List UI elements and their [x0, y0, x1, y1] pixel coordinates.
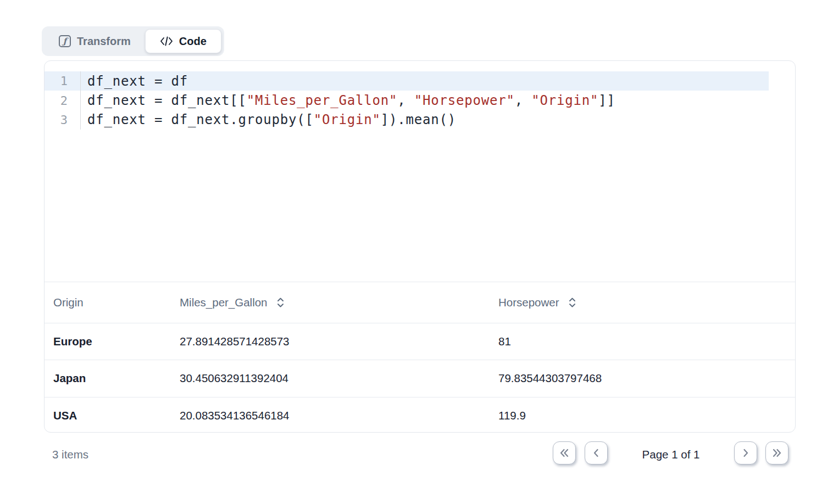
line-number: 1 [45, 71, 81, 91]
column-header-origin: Origin [45, 296, 171, 309]
column-header-miles-per-gallon[interactable]: Miles_per_Gallon [171, 296, 490, 309]
tab-transform[interactable]: ƒ Transform [45, 29, 145, 53]
table-row[interactable]: USA 20.083534136546184 119.9 [45, 397, 795, 433]
line-number: 2 [45, 91, 81, 110]
cell-miles-per-gallon: 30.450632911392404 [171, 372, 490, 385]
function-icon: ƒ [59, 35, 71, 47]
result-table: Origin Miles_per_Gallon Horsepower [45, 282, 795, 433]
table-header-row: Origin Miles_per_Gallon Horsepower [45, 282, 795, 323]
line-number: 3 [45, 110, 81, 130]
code-line-2[interactable]: 2 df_next = df_next[["Miles_per_Gallon",… [45, 91, 795, 110]
table-row[interactable]: Japan 30.450632911392404 79.835443037974… [45, 360, 795, 396]
cell-horsepower: 119.9 [490, 409, 795, 422]
sort-icon[interactable] [275, 296, 286, 309]
code-editor[interactable]: 1 df_next = df 2 df_next = df_next[["Mil… [45, 61, 795, 282]
cell-miles-per-gallon: 27.891428571428573 [171, 335, 490, 348]
last-page-button[interactable] [765, 441, 788, 464]
previous-page-button[interactable] [585, 441, 608, 464]
cell-horsepower: 81 [490, 335, 795, 348]
cell-origin: USA [45, 409, 171, 422]
code-and-result-panel: 1 df_next = df 2 df_next = df_next[["Mil… [44, 60, 796, 433]
tab-transform-label: Transform [77, 35, 131, 48]
code-line-3-text: df_next = df_next.groupby(["Origin"]).me… [81, 112, 456, 127]
first-page-button[interactable] [553, 441, 576, 464]
table-row[interactable]: Europe 27.891428571428573 81 [45, 323, 795, 360]
tab-code-label: Code [179, 35, 207, 48]
cell-origin: Europe [45, 335, 171, 348]
code-brackets-icon [160, 36, 173, 46]
cell-origin: Japan [45, 372, 171, 385]
page-indicator: Page 1 of 1 [621, 448, 721, 461]
code-line-1[interactable]: 1 df_next = df [45, 71, 769, 91]
next-page-button[interactable] [734, 441, 757, 464]
code-line-1-text: df_next = df [81, 74, 188, 89]
code-line-3[interactable]: 3 df_next = df_next.groupby(["Origin"]).… [45, 110, 795, 130]
cell-horsepower: 79.83544303797468 [490, 372, 795, 385]
items-count: 3 items [52, 448, 88, 461]
tab-code[interactable]: Code [145, 29, 221, 53]
code-line-2-text: df_next = df_next[["Miles_per_Gallon", "… [81, 93, 615, 108]
sort-icon[interactable] [567, 296, 577, 309]
cell-miles-per-gallon: 20.083534136546184 [171, 409, 490, 422]
column-header-horsepower[interactable]: Horsepower [490, 296, 795, 309]
view-mode-toggle: ƒ Transform Code [42, 26, 224, 56]
